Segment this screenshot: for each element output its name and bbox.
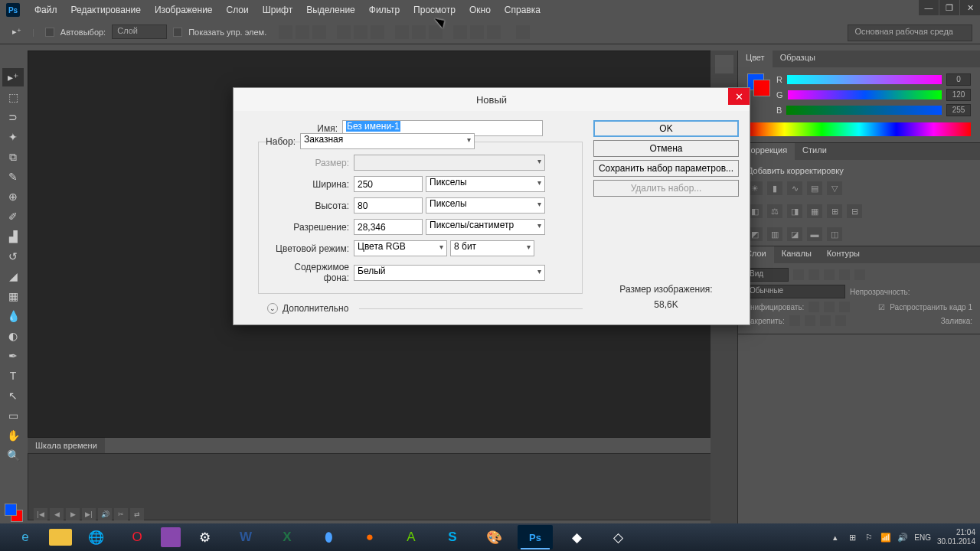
align-icon[interactable] (354, 25, 368, 39)
tray-app-icon[interactable]: ⊞ (847, 532, 858, 543)
b-slider[interactable] (786, 106, 942, 115)
r-value[interactable]: 0 (946, 73, 971, 86)
auto-align-icon[interactable] (516, 25, 530, 39)
stamp-tool[interactable]: ▟ (2, 227, 24, 246)
unify-vis-icon[interactable] (824, 302, 835, 312)
lock-trans-icon[interactable] (789, 315, 800, 326)
taskbar-app3[interactable]: ⬮ (311, 525, 346, 549)
cancel-button[interactable]: Отмена (593, 140, 739, 157)
foreground-color[interactable] (5, 504, 17, 516)
timeline-next[interactable]: ▶| (82, 508, 96, 520)
lock-all-icon[interactable] (835, 315, 846, 326)
workspace-selector[interactable]: Основная рабочая среда (848, 24, 972, 41)
taskbar-skype[interactable]: S (435, 525, 470, 549)
taskbar-paint[interactable]: 🎨 (476, 525, 511, 549)
lasso-tool[interactable]: ⊃ (2, 108, 24, 126)
eyedropper-tool[interactable]: ✎ (2, 168, 24, 186)
taskbar-app2[interactable]: ⚙ (187, 525, 222, 549)
height-input[interactable] (354, 197, 423, 214)
mode-select[interactable]: Цвета RGB (354, 240, 447, 256)
tray-clock[interactable]: 21:04 30.01.2014 (937, 528, 975, 546)
menu-view[interactable]: Просмотр (407, 5, 462, 15)
taskbar-chrome[interactable]: 🌐 (78, 525, 113, 549)
save-preset-button[interactable]: Сохранить набор параметров... (593, 160, 739, 177)
adj-levels-icon[interactable]: ▮ (767, 181, 782, 195)
hand-tool[interactable]: ✋ (2, 426, 24, 445)
ok-button[interactable]: OK (593, 120, 739, 137)
tray-flag-icon[interactable]: ⚐ (864, 532, 874, 543)
menu-filter[interactable]: Фильтр (362, 5, 407, 15)
close-button[interactable]: ✕ (960, 0, 980, 15)
menu-layers[interactable]: Слои (220, 5, 256, 15)
timeline-first[interactable]: |◀ (34, 508, 47, 520)
distribute-icon[interactable] (395, 25, 409, 39)
menu-image[interactable]: Изображение (148, 5, 220, 15)
timeline-prev[interactable]: ◀ (50, 508, 64, 520)
eraser-tool[interactable]: ◢ (2, 267, 24, 285)
styles-tab[interactable]: Стили (795, 143, 835, 160)
adj-selective-icon[interactable]: ◫ (827, 227, 842, 241)
tray-up-icon[interactable]: ▴ (830, 532, 841, 543)
gradient-tool[interactable]: ▦ (2, 287, 24, 305)
heal-tool[interactable]: ⊕ (2, 187, 24, 206)
distribute-icon[interactable] (470, 25, 484, 39)
maximize-button[interactable]: ❐ (939, 0, 959, 15)
tray-net-icon[interactable]: 📶 (880, 532, 891, 543)
menu-file[interactable]: Файл (28, 5, 64, 15)
tray-lang[interactable]: ENG (914, 533, 931, 542)
adj-balance-icon[interactable]: ⚖ (767, 204, 782, 218)
timeline-split[interactable]: ✂ (114, 508, 128, 520)
taskbar-photoshop[interactable]: Ps (518, 525, 553, 549)
taskbar-excel[interactable]: X (270, 525, 305, 549)
path-tool[interactable]: ↖ (2, 386, 24, 405)
res-input[interactable] (354, 219, 423, 235)
distribute-icon[interactable] (453, 25, 467, 39)
autoselect-checkbox[interactable] (45, 28, 54, 37)
minimize-button[interactable]: — (919, 0, 939, 15)
lock-pix-icon[interactable] (805, 315, 815, 326)
color-tab[interactable]: Цвет (738, 51, 773, 67)
taskbar-word[interactable]: W (228, 525, 263, 549)
align-icon[interactable] (371, 25, 384, 39)
taskbar-app5[interactable]: A (394, 525, 429, 549)
adj-gradient-icon[interactable]: ▬ (807, 227, 822, 241)
menu-help[interactable]: Справка (498, 5, 547, 15)
paths-tab[interactable]: Контуры (819, 246, 867, 263)
bg-select[interactable]: Белый (354, 265, 545, 281)
history-icon[interactable] (715, 55, 733, 73)
blend-mode[interactable]: Обычные (746, 285, 845, 298)
align-icon[interactable] (337, 25, 351, 39)
taskbar-app4[interactable]: ● (352, 525, 387, 549)
menu-type[interactable]: Шрифт (256, 5, 299, 15)
adj-photo-icon[interactable]: ▦ (807, 204, 822, 218)
res-unit[interactable]: Пикселы/сантиметр (426, 219, 545, 235)
taskbar-opera[interactable]: O (119, 525, 155, 549)
swatches-tab[interactable]: Образцы (773, 51, 823, 67)
channels-tab[interactable]: Каналы (774, 246, 819, 263)
preset-select[interactable]: Заказная (300, 133, 475, 149)
taskbar-app1[interactable] (161, 527, 181, 547)
adj-lookup-icon[interactable]: ⊟ (847, 204, 862, 218)
wand-tool[interactable]: ✦ (2, 128, 24, 146)
taskbar-explorer[interactable] (49, 529, 72, 546)
pen-tool[interactable]: ✒ (2, 347, 24, 365)
adj-curves-icon[interactable]: ∿ (787, 181, 802, 195)
filter-adj-icon[interactable] (808, 269, 819, 280)
depth-select[interactable]: 8 бит (450, 240, 534, 256)
adj-bw-icon[interactable]: ◨ (787, 204, 802, 218)
adj-threshold-icon[interactable]: ◪ (787, 227, 802, 241)
unify-style-icon[interactable] (839, 302, 850, 312)
distribute-icon[interactable] (487, 25, 501, 39)
spectrum-bar[interactable] (747, 122, 971, 136)
r-slider[interactable] (787, 75, 942, 84)
blur-tool[interactable]: 💧 (2, 307, 24, 325)
unify-pos-icon[interactable] (808, 302, 819, 312)
g-value[interactable]: 120 (946, 89, 971, 101)
move-tool[interactable]: ▸⁺ (2, 68, 24, 86)
zoom-tool[interactable]: 🔍 (2, 446, 24, 465)
autoselect-target[interactable]: Слой (112, 24, 167, 39)
distribute-icon[interactable] (412, 25, 426, 39)
show-controls-checkbox[interactable] (173, 28, 182, 37)
layer-filter-kind[interactable]: Вид (746, 268, 789, 282)
marquee-tool[interactable]: ⬚ (2, 88, 24, 106)
